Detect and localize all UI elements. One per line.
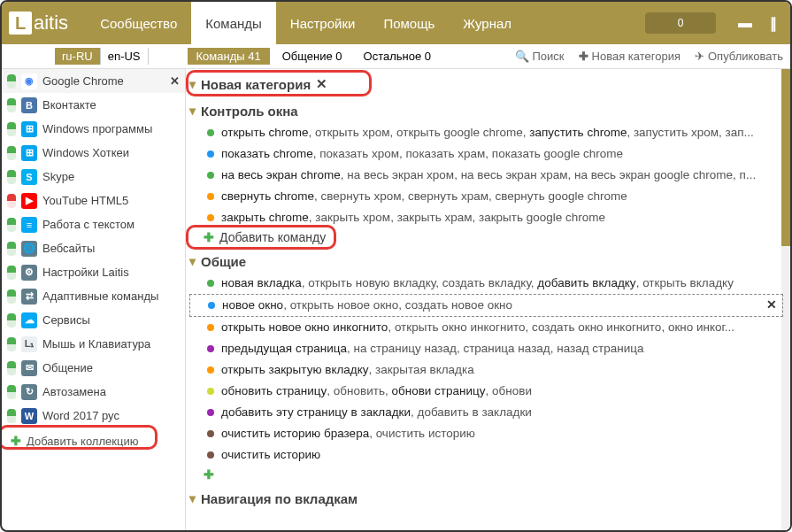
app-icon: ⊞ xyxy=(21,145,37,161)
sidebar-item[interactable]: WWord 2017 рус xyxy=(2,404,185,428)
toggle-icon[interactable] xyxy=(7,337,16,351)
add-collection-button[interactable]: ✚ Добавить коллекцию xyxy=(2,428,185,454)
sidebar-item[interactable]: BВконтакте xyxy=(2,93,185,117)
command-row[interactable]: на весь экран chrome, на весь экран хром… xyxy=(189,165,783,186)
close-icon[interactable]: ✕ xyxy=(170,74,180,88)
status-dot xyxy=(207,388,214,395)
app-icon: ▶ xyxy=(21,193,37,209)
sidebar-item[interactable]: ⚙Настройки Laitis xyxy=(2,260,185,284)
command-row[interactable]: открыть новое окно инкогнито, открыть ок… xyxy=(189,317,783,338)
sidebar-item[interactable]: ☁Сервисы xyxy=(2,308,185,332)
toggle-icon[interactable] xyxy=(7,74,16,89)
lang-ru-RU[interactable]: ru-RU xyxy=(55,48,101,65)
toggle-icon[interactable] xyxy=(7,218,16,232)
search-action[interactable]: 🔍Поиск xyxy=(508,50,572,63)
toggle-icon[interactable] xyxy=(7,385,16,399)
section-new-category[interactable]: ▾ Новая категория ✕ xyxy=(189,73,783,96)
app-icon: 🌐 xyxy=(21,241,37,257)
status-dot xyxy=(207,430,214,437)
add-command-button[interactable]: ✚ xyxy=(189,466,783,483)
status-dot xyxy=(207,129,214,136)
close-icon[interactable]: ✕ xyxy=(766,297,777,314)
toggle-icon[interactable] xyxy=(7,122,16,136)
nav-tab-Журнал[interactable]: Журнал xyxy=(449,2,526,44)
app-icon: ⚙ xyxy=(21,265,37,281)
section-window-control[interactable]: ▾ Контроль окна xyxy=(189,99,783,122)
sidebar-item-label: Windows Хоткеи xyxy=(42,146,180,159)
toggle-icon[interactable] xyxy=(7,98,16,112)
chevron-down-icon: ▾ xyxy=(189,254,196,268)
command-row[interactable]: добавить эту страницу в закладки, добави… xyxy=(189,402,783,423)
sidebar-item[interactable]: ≡Работа с текстом xyxy=(2,212,185,236)
sidebar-item[interactable]: ▶YouTube HTML5 xyxy=(2,189,185,212)
scrollbar-thumb[interactable] xyxy=(781,69,790,246)
sidebar-item-label: Адаптивные команды xyxy=(42,289,180,303)
sidebar-item-label: Общение xyxy=(42,361,180,374)
toggle-icon[interactable] xyxy=(7,289,16,304)
command-row[interactable]: открыть закрытую вкладку, закрытая вклад… xyxy=(189,359,783,381)
nav-tab-Настройки[interactable]: Настройки xyxy=(276,2,370,44)
sidebar-item[interactable]: ⇄Адаптивные команды xyxy=(2,284,185,308)
filter-tab[interactable]: Команды 41 xyxy=(188,48,270,65)
toggle-icon[interactable] xyxy=(7,194,16,208)
toggle-icon[interactable] xyxy=(7,242,16,256)
publish-action[interactable]: ✈Опубликовать xyxy=(688,50,790,63)
toggle-icon[interactable] xyxy=(7,409,16,423)
command-row[interactable]: обновить страницу, обновить, обнови стра… xyxy=(189,381,783,402)
plus-icon: ✚ xyxy=(579,50,588,63)
sidebar-item-label: Google Chrome xyxy=(42,74,165,88)
close-icon[interactable]: ✕ xyxy=(316,76,327,92)
toggle-icon[interactable] xyxy=(7,170,16,184)
content-pane: ▾ Новая категория ✕ ▾ Контроль окна откр… xyxy=(186,69,790,530)
app-icon: L₁ xyxy=(21,336,37,352)
command-row[interactable]: предыдущая страница, на страницу назад, … xyxy=(189,338,783,359)
pause-button[interactable]: ∥ xyxy=(764,13,783,33)
status-dot xyxy=(207,193,214,200)
nav-tab-Сообщество[interactable]: Сообщество xyxy=(86,2,191,44)
sidebar-item[interactable]: ✉Общение xyxy=(2,356,185,380)
command-text: закрыть chrome, закрыть хром, закрыть хр… xyxy=(221,209,605,227)
new-category-action[interactable]: ✚Новая категория xyxy=(572,50,688,63)
minimize-button[interactable]: ▬ xyxy=(735,13,755,33)
command-text: открыть закрытую вкладку, закрытая вклад… xyxy=(221,361,474,379)
command-row[interactable]: закрыть chrome, закрыть хром, закрыть хр… xyxy=(189,207,783,228)
sidebar-item[interactable]: ⊞Windows Хоткеи xyxy=(2,141,185,165)
command-text: открыть новое окно инкогнито, открыть ок… xyxy=(221,319,734,336)
toggle-icon[interactable] xyxy=(7,313,16,328)
toggle-icon[interactable] xyxy=(7,361,16,375)
command-row[interactable]: новое окно, открыть новое окно, создать … xyxy=(189,294,783,317)
sidebar-item[interactable]: L₁Мышь и Клавиатура xyxy=(2,332,185,356)
title-counter[interactable]: 0 xyxy=(645,12,716,34)
sidebar-item[interactable]: SSkype xyxy=(2,165,185,189)
nav-tab-Команды[interactable]: Команды xyxy=(191,2,276,44)
status-dot xyxy=(207,172,214,179)
lang-en-US[interactable]: en-US xyxy=(101,48,149,65)
section-common[interactable]: ▾ Общие xyxy=(189,250,783,273)
command-text: на весь экран chrome, на весь экран хром… xyxy=(221,166,756,184)
sidebar-item[interactable]: ◉Google Chrome✕ xyxy=(2,69,185,93)
toggle-icon[interactable] xyxy=(7,266,16,280)
chevron-down-icon: ▾ xyxy=(189,77,196,91)
command-row[interactable]: очистить историю бразера, очистить истор… xyxy=(189,423,783,444)
plus-icon: ✚ xyxy=(11,434,21,448)
command-row[interactable]: очистить историю xyxy=(189,444,783,466)
sidebar-item[interactable]: ↻Автозамена xyxy=(2,380,185,404)
filter-tab[interactable]: Остальное 0 xyxy=(355,48,441,65)
section-tab-navigation[interactable]: ▾ Навигация по вкладкам xyxy=(189,487,783,510)
sidebar-item-label: Windows программы xyxy=(42,122,180,135)
nav-tab-Помощь[interactable]: Помощь xyxy=(369,2,449,44)
search-icon: 🔍 xyxy=(515,50,529,63)
command-row[interactable]: показать chrome, показать хром, показать… xyxy=(189,143,783,165)
command-text: показать chrome, показать хром, показать… xyxy=(221,145,623,163)
filter-tab[interactable]: Общение 0 xyxy=(273,48,351,65)
sidebar-item[interactable]: ⊞Windows программы xyxy=(2,117,185,141)
command-row[interactable]: открыть chrome, открыть хром, открыть go… xyxy=(189,122,783,143)
add-collection-label: Добавить коллекцию xyxy=(27,435,138,448)
command-row[interactable]: новая вкладка, открыть новую вкладку, со… xyxy=(189,273,783,294)
sidebar-item[interactable]: 🌐Вебсайты xyxy=(2,236,185,260)
add-command-button[interactable]: ✚ Добавить команду xyxy=(189,228,783,246)
chevron-down-icon: ▾ xyxy=(189,491,196,505)
toggle-icon[interactable] xyxy=(7,146,16,160)
sidebar-item-label: Word 2017 рус xyxy=(42,409,180,422)
command-row[interactable]: свернуть chrome, свернуть хром, свернуть… xyxy=(189,186,783,207)
